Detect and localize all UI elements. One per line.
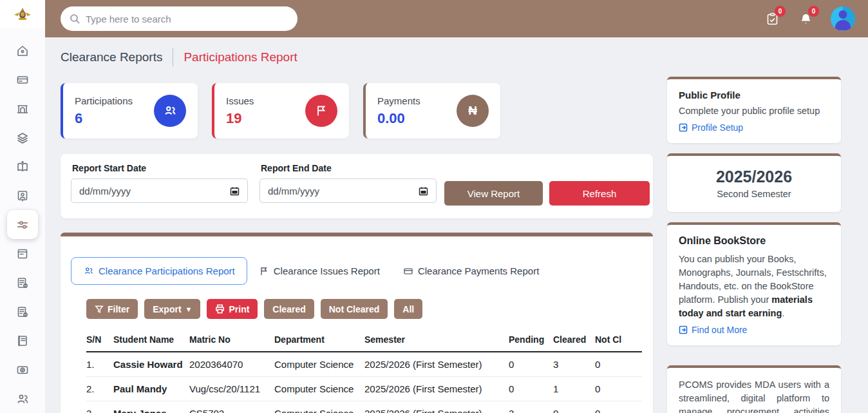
report-filter-panel: Report Start Date dd/mm/yyyy Report End … bbox=[61, 154, 653, 218]
sidebar-item-invoices[interactable] bbox=[7, 268, 38, 297]
start-date-input[interactable]: dd/mm/yyyy bbox=[71, 178, 248, 203]
table-row[interactable]: 3. Mary Jones CS5702 Computer Science 20… bbox=[86, 401, 642, 413]
cell-not-cleared: 0 bbox=[595, 352, 642, 376]
find-out-more-label: Find out More bbox=[692, 325, 747, 335]
search-bar[interactable] bbox=[61, 6, 297, 31]
public-profile-text: Complete your public profile setup bbox=[679, 104, 829, 118]
sidebar-item-courses[interactable] bbox=[7, 123, 38, 152]
cell-cleared: 1 bbox=[553, 376, 595, 401]
breadcrumb-current[interactable]: Participations Report bbox=[184, 50, 297, 64]
naira-icon: ₦ bbox=[457, 95, 489, 127]
table-toolbar: Filter Export ▼ Print Cleared Not Cleare… bbox=[86, 299, 653, 319]
cell-sn: 1. bbox=[86, 352, 113, 376]
box-arrow-icon bbox=[679, 325, 688, 334]
layers-icon bbox=[16, 131, 29, 144]
bookstore-title: Online BookStore bbox=[679, 235, 829, 247]
sidebar-item-library[interactable] bbox=[7, 152, 38, 181]
tab-issues-report[interactable]: Clearance Issues Report bbox=[247, 257, 392, 285]
cell-department: Computer Science bbox=[274, 401, 364, 413]
tab-label: Clearance Issues Report bbox=[274, 265, 380, 276]
end-date-label: Report End Date bbox=[261, 163, 437, 173]
table-row[interactable]: 1. Cassie Howard 2020364070 Computer Sci… bbox=[86, 352, 642, 376]
sidebar-item-home[interactable] bbox=[7, 36, 38, 65]
cell-student-name: Mary Jones bbox=[113, 401, 189, 413]
report-table-container[interactable]: S/N Student Name Matric No Department Se… bbox=[86, 328, 642, 413]
tasks-badge: 0 bbox=[775, 6, 786, 17]
col-sn: S/N bbox=[86, 328, 113, 352]
stat-value: 0.00 bbox=[377, 110, 420, 127]
sidebar-item-receipts[interactable] bbox=[7, 297, 38, 326]
cleared-button[interactable]: Cleared bbox=[264, 299, 314, 319]
open-book-icon bbox=[16, 160, 29, 173]
search-input[interactable] bbox=[86, 14, 288, 24]
tab-label: Clearance Participations Report bbox=[99, 265, 235, 276]
cell-pending: 0 bbox=[509, 352, 553, 376]
tasks-button[interactable]: 0 bbox=[764, 10, 780, 27]
print-label: Print bbox=[229, 304, 249, 314]
tab-label: Clearance Payments Report bbox=[418, 265, 539, 276]
cell-student-name: Paul Mandy bbox=[113, 376, 189, 401]
col-cleared: Cleared bbox=[553, 328, 595, 352]
cell-semester: 2025/2026 (First Semester) bbox=[364, 376, 509, 401]
notifications-button[interactable]: 0 bbox=[797, 10, 814, 27]
print-button[interactable]: Print bbox=[207, 299, 258, 319]
left-sidebar bbox=[0, 0, 45, 413]
col-pending: Pending bbox=[509, 328, 553, 352]
profile-setup-label: Profile Setup bbox=[692, 122, 743, 133]
credit-card-icon bbox=[403, 266, 413, 276]
calendar-icon[interactable] bbox=[230, 186, 240, 196]
sidebar-item-media[interactable] bbox=[7, 355, 38, 384]
sidebar-item-tasks[interactable] bbox=[7, 239, 38, 268]
end-date-input[interactable]: dd/mm/yyyy bbox=[259, 178, 437, 203]
cell-matric: 2020364070 bbox=[189, 352, 274, 376]
search-icon bbox=[70, 14, 80, 24]
participations-table: S/N Student Name Matric No Department Se… bbox=[86, 328, 642, 413]
calendar-icon[interactable] bbox=[419, 186, 428, 196]
sidebar-item-clearance-active[interactable] bbox=[7, 210, 38, 239]
bookstore-card: Online BookStore You can publish your Bo… bbox=[667, 222, 841, 345]
avatar-body bbox=[835, 20, 851, 30]
cell-pending: 3 bbox=[509, 401, 553, 413]
cell-cleared: 3 bbox=[553, 352, 595, 376]
public-profile-card: Public Profile Complete your public prof… bbox=[667, 77, 841, 143]
stat-value: 6 bbox=[75, 110, 133, 127]
stat-card-payments[interactable]: Payments 0.00 ₦ bbox=[363, 83, 500, 139]
sidebar-item-journal[interactable] bbox=[7, 326, 38, 355]
clipboard-icon bbox=[16, 247, 29, 260]
profile-setup-link[interactable]: Profile Setup bbox=[679, 122, 829, 133]
flag-icon bbox=[305, 95, 337, 127]
bookstore-text: You can publish your Books, Monographs, … bbox=[679, 253, 829, 320]
sliders-icon bbox=[15, 218, 30, 232]
all-button[interactable]: All bbox=[394, 299, 422, 319]
sidebar-item-students[interactable] bbox=[7, 181, 38, 210]
crest-logo-icon bbox=[13, 7, 32, 21]
credit-card-icon bbox=[16, 73, 29, 86]
refresh-button[interactable]: Refresh bbox=[549, 181, 650, 206]
col-not-cleared: Not Cl bbox=[595, 328, 642, 352]
home-icon bbox=[16, 44, 29, 57]
university-logo[interactable] bbox=[0, 0, 45, 28]
tab-payments-report[interactable]: Clearance Payments Report bbox=[392, 257, 551, 285]
cell-sn: 2. bbox=[86, 376, 113, 401]
export-button[interactable]: Export ▼ bbox=[144, 299, 200, 319]
cell-not-cleared: 0 bbox=[595, 376, 642, 401]
cell-pending: 0 bbox=[509, 376, 553, 401]
start-date-value: dd/mm/yyyy bbox=[79, 186, 131, 197]
reports-panel: Clearance Participations Report Clearanc… bbox=[61, 233, 653, 413]
cell-cleared: 0 bbox=[553, 401, 595, 413]
stat-card-participations[interactable]: Participations 6 bbox=[61, 83, 198, 139]
receipt-icon bbox=[16, 305, 29, 318]
cell-department: Computer Science bbox=[274, 376, 364, 401]
stat-card-issues[interactable]: Issues 19 bbox=[212, 83, 349, 139]
sidebar-item-campus[interactable] bbox=[7, 94, 38, 123]
table-row[interactable]: 2. Paul Mandy Vug/csc/20/1121 Computer S… bbox=[86, 376, 642, 401]
user-avatar[interactable] bbox=[831, 6, 855, 31]
sidebar-item-users[interactable] bbox=[7, 384, 38, 413]
view-report-button[interactable]: View Report bbox=[444, 181, 543, 206]
col-matric-no: Matric No bbox=[189, 328, 274, 352]
sidebar-item-payments[interactable] bbox=[7, 65, 38, 94]
not-cleared-button[interactable]: Not Cleared bbox=[321, 299, 388, 319]
filter-button[interactable]: Filter bbox=[86, 299, 138, 319]
tab-participations-report[interactable]: Clearance Participations Report bbox=[71, 257, 247, 285]
find-out-more-link[interactable]: Find out More bbox=[679, 325, 829, 335]
